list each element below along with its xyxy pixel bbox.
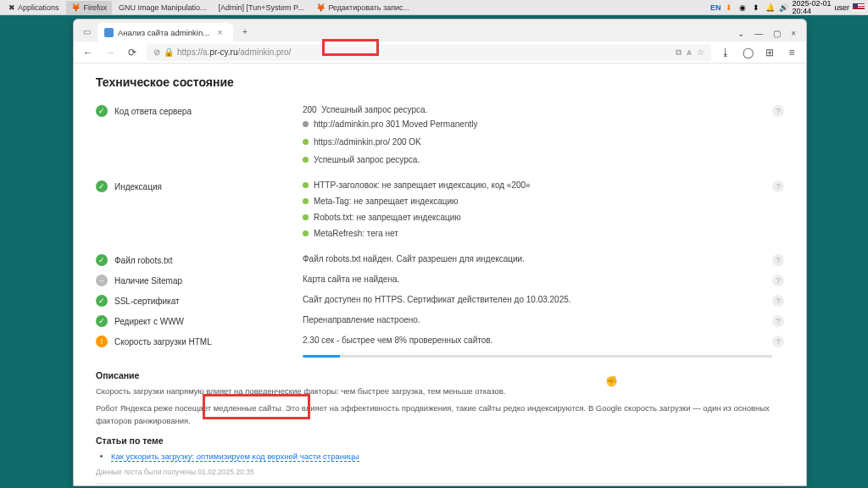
dot-icon (303, 230, 309, 236)
help-icon[interactable]: ? (772, 336, 784, 347)
nav-reload-button[interactable]: ⟳ (125, 45, 140, 60)
menu-icon[interactable]: ≡ (784, 45, 799, 60)
help-icon[interactable]: ? (772, 254, 784, 266)
tab-close-icon[interactable]: × (217, 27, 222, 37)
url-bar: ← → ⟳ ⊘ 🔒 https://a.pr-cy.ru/adminkin.pr… (74, 42, 806, 64)
tray-bell-icon[interactable]: 🔔 (765, 3, 775, 13)
tray-updates-icon[interactable]: ⬇ (724, 3, 734, 13)
description-heading: Описание (96, 370, 784, 380)
help-icon[interactable]: ? (772, 315, 784, 327)
row-response-code: ✓Код ответа сервера 200 Успешный запрос … (96, 101, 784, 176)
description-p2: Робот Яндекса реже посещает медленные са… (96, 402, 784, 427)
url-input[interactable]: ⊘ 🔒 https://a.pr-cy.ru/adminkin.pro/ ⧉ ᴀ… (147, 44, 711, 61)
tray-clock[interactable]: 2025-02-0120:44 (792, 0, 831, 15)
tray-network-icon[interactable]: ⬍ (751, 3, 761, 13)
lock-icon: 🔒 (164, 47, 174, 57)
tab-favicon-icon (104, 28, 114, 37)
row-load-speed: !Скорость загрузки HTML 2.30 сек - быстр… (96, 331, 784, 362)
dot-icon (303, 198, 309, 204)
browser-window: ▭ Анализ сайта adminkin... × + ⌄ — ▢ × ←… (73, 19, 807, 486)
taskbar-app-gimp[interactable]: GNU Image Manipulatio... (114, 1, 212, 14)
nav-back-button[interactable]: ← (81, 45, 96, 60)
system-taskbar: ✖ Applications 🦊Firefox GNU Image Manipu… (0, 0, 868, 15)
taskbar-app-edit[interactable]: 🦊Редактировать запис... (310, 1, 415, 14)
tab-bar: ▭ Анализ сайта adminkin... × + ⌄ — ▢ × (74, 19, 806, 42)
window-close-icon[interactable]: × (791, 29, 796, 38)
dot-icon (303, 139, 309, 145)
bookmark-icon[interactable]: ☆ (697, 47, 704, 58)
check-icon: ✓ (96, 105, 108, 117)
window-maximize-icon[interactable]: ▢ (773, 29, 781, 38)
page-title: Техническое состояние (96, 75, 784, 89)
description-p1: Скорость загрузки напрямую влияет на пов… (96, 385, 784, 397)
new-tab-button[interactable]: + (236, 23, 253, 40)
check-icon: ✓ (96, 254, 108, 266)
tray-flag-icon[interactable] (853, 3, 865, 11)
browser-tab[interactable]: Анализ сайта adminkin... × (97, 23, 233, 42)
tray-sound-icon[interactable]: 🔊 (778, 3, 788, 13)
dot-icon (303, 157, 309, 163)
warn-icon: ! (96, 336, 108, 347)
tab-title: Анализ сайта adminkin... (118, 28, 209, 37)
speed-progress-bar (303, 355, 772, 358)
help-icon[interactable]: ? (772, 180, 784, 192)
tray-lang[interactable]: EN (710, 3, 721, 12)
dot-icon (303, 214, 309, 220)
taskbar-app-firefox[interactable]: 🦊Firefox (66, 1, 113, 14)
taskbar-app-admin[interactable]: [Admin] [Tun+System P... (214, 1, 309, 14)
check-icon: ✓ (96, 180, 108, 192)
page-content: Техническое состояние ✓Код ответа сервер… (74, 64, 806, 485)
firefox-icon: 🦊 (71, 3, 81, 13)
window-minimize-icon[interactable]: — (754, 29, 763, 38)
window-expand-icon[interactable]: ⌄ (737, 29, 744, 38)
neutral-icon: – (96, 274, 108, 286)
row-robots: ✓Файл robots.txt Файл robots.txt найден.… (96, 250, 784, 270)
shield-icon: ⊘ (153, 47, 160, 57)
row-ssl: ✓SSL-сертификат Сайт доступен по HTTPS. … (96, 291, 784, 311)
article-link[interactable]: Как ускорить загрузку: оптимизируем код … (111, 452, 359, 462)
help-icon[interactable]: ? (772, 274, 784, 286)
check-icon: ✓ (96, 315, 108, 327)
dot-icon (303, 121, 309, 127)
row-sitemap: –Наличие Sitemap Карта сайта не найдена.… (96, 270, 784, 291)
tray-user[interactable]: user (834, 3, 849, 12)
test-meta: Данные теста были получены 01.02.2025 20… (96, 468, 784, 476)
check-icon: ✓ (96, 295, 108, 307)
url-text: https://a.pr-cy.ru/adminkin.pro/ (177, 47, 291, 57)
downloads-icon[interactable]: ⭳ (718, 45, 733, 60)
help-icon[interactable]: ? (772, 105, 784, 117)
mouse-cursor-icon: ✊ (605, 375, 618, 387)
workspace-button[interactable]: ▭ (79, 24, 94, 39)
account-icon[interactable]: ◯ (740, 45, 755, 60)
articles-heading: Статьи по теме (96, 435, 784, 446)
help-icon[interactable]: ? (772, 295, 784, 307)
extensions-icon[interactable]: ⊞ (762, 45, 777, 60)
row-indexation: ✓Индексация HTTP-заголовок: не запрещает… (96, 176, 784, 250)
row-www-redirect: ✓Редирект с WWW Перенаправление настроен… (96, 311, 784, 331)
translate-icon[interactable]: ⧉ (676, 47, 682, 58)
applications-menu[interactable]: ✖ Applications (3, 1, 64, 14)
reader-icon[interactable]: ᴀ (687, 47, 692, 58)
firefox-icon: 🦊 (315, 3, 326, 13)
nav-forward-button[interactable]: → (103, 45, 118, 60)
dot-icon (303, 182, 309, 188)
tray-chrome-icon[interactable]: ◉ (737, 3, 748, 13)
